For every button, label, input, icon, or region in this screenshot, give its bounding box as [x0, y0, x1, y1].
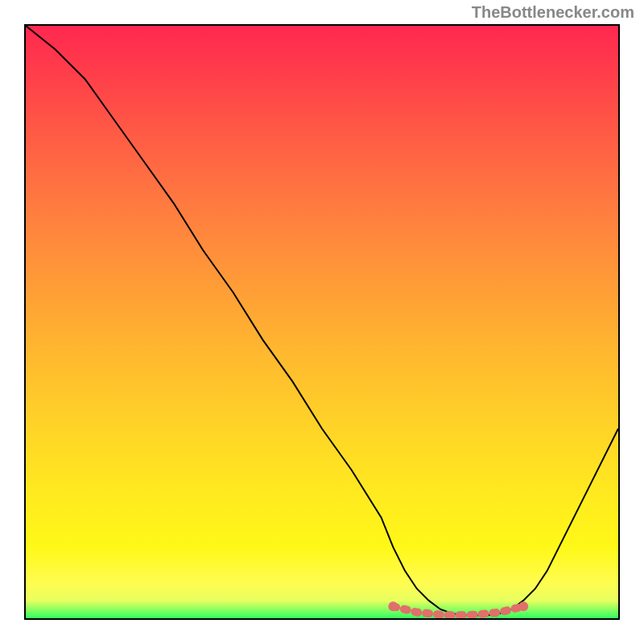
optimal-zone-stroke [393, 606, 523, 615]
chart-plot-area [24, 24, 620, 620]
optimal-zone-endpoint [388, 601, 398, 611]
optimal-zone-markers [388, 601, 528, 615]
optimal-zone-endpoint [518, 601, 528, 611]
chart-svg [26, 26, 618, 618]
attribution-text: TheBottlenecker.com [472, 3, 634, 22]
bottleneck-curve-line [26, 26, 618, 615]
